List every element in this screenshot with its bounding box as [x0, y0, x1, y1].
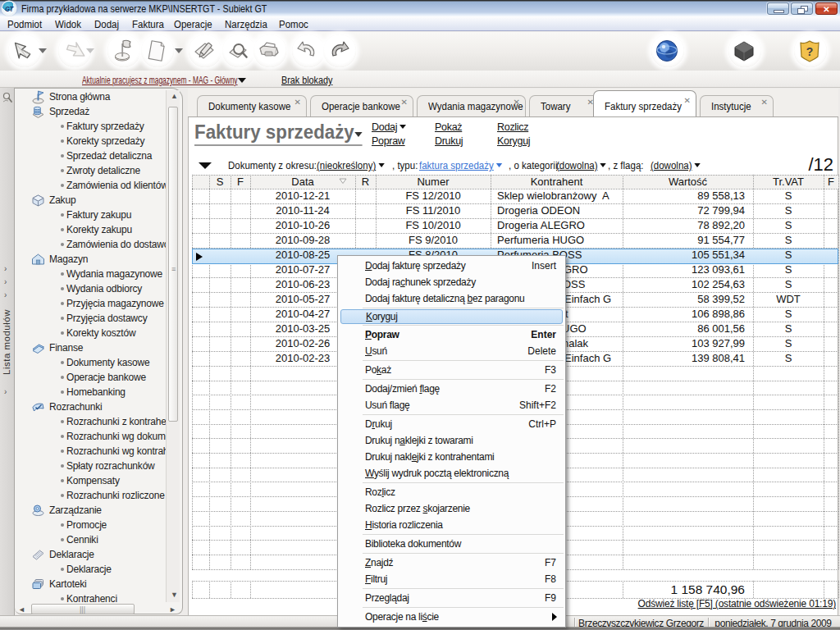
svg-text:?: ? [806, 45, 814, 58]
